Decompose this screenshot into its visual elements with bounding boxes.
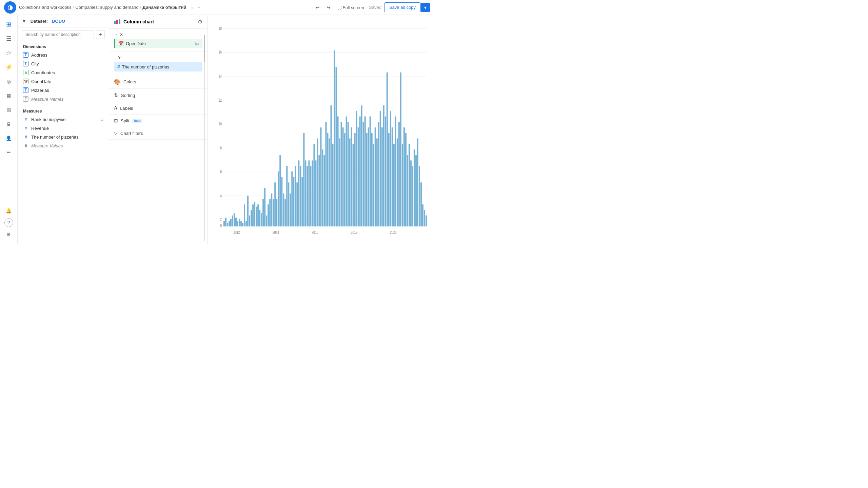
- svg-text:0: 0: [220, 223, 222, 228]
- field-coordinates[interactable]: ⊕ Coordinates: [18, 68, 109, 77]
- field-type-icon-num-pizzerias: #: [23, 134, 28, 140]
- svg-rect-89: [337, 117, 339, 227]
- chart-filters-section[interactable]: ▽ Chart filters: [109, 127, 207, 140]
- svg-rect-129: [405, 133, 407, 226]
- sidebar-item-star[interactable]: ☆: [2, 46, 16, 60]
- y-field-chip[interactable]: # The number of pizzerias: [114, 62, 202, 72]
- star-favorite-icon[interactable]: ☆: [190, 5, 194, 10]
- svg-rect-103: [361, 105, 362, 226]
- breadcrumb-sep-2: /: [140, 5, 141, 10]
- save-dropdown-button[interactable]: ▾: [421, 3, 430, 12]
- svg-rect-128: [403, 127, 405, 226]
- chart-settings-gear-button[interactable]: ⚙: [198, 19, 202, 25]
- sidebar-item-grid[interactable]: ⊞: [2, 18, 16, 31]
- svg-rect-91: [341, 122, 342, 226]
- sidebar-item-bar-chart[interactable]: ▦: [2, 89, 16, 102]
- y-axis-section: ↑ Y # The number of pizzerias: [109, 52, 207, 75]
- svg-rect-99: [354, 133, 356, 226]
- y-field-hash-icon: #: [117, 64, 120, 69]
- saved-status: Saved: [369, 5, 381, 10]
- labels-icon: A: [114, 105, 117, 111]
- field-type-icon-rank: #: [23, 117, 28, 122]
- add-field-button[interactable]: +: [96, 30, 105, 39]
- svg-rect-102: [359, 117, 361, 227]
- field-city[interactable]: T City: [18, 59, 109, 68]
- svg-rect-35: [245, 221, 247, 226]
- svg-rect-79: [320, 127, 321, 226]
- breadcrumb-collections[interactable]: Collections and workbooks: [19, 5, 72, 10]
- save-as-copy-button[interactable]: Save as copy: [384, 2, 421, 12]
- undo-button[interactable]: ↩: [314, 3, 322, 12]
- breadcrumb-companies[interactable]: Companies: supply and demand: [75, 5, 138, 10]
- svg-rect-39: [252, 204, 254, 226]
- svg-rect-25: [229, 221, 230, 226]
- split-section[interactable]: ⊟ Split beta: [109, 115, 207, 127]
- sidebar-item-help[interactable]: ?: [4, 218, 13, 227]
- sidebar-item-table[interactable]: ▤: [2, 103, 16, 117]
- svg-rect-116: [383, 105, 384, 226]
- svg-rect-41: [256, 207, 257, 226]
- svg-text:18: 18: [219, 26, 222, 30]
- svg-rect-105: [364, 117, 366, 227]
- svg-rect-77: [317, 139, 318, 227]
- config-scroll: → X 📅 OpenDate fω ↑ Y # The number of pi…: [109, 29, 207, 244]
- field-revenue[interactable]: # Revenue: [18, 124, 109, 133]
- labels-section[interactable]: A Labels: [109, 102, 207, 115]
- sidebar-item-settings[interactable]: ⚙: [2, 228, 16, 241]
- field-search-row: +: [18, 27, 109, 42]
- svg-rect-78: [318, 155, 320, 226]
- x-field-func-icon: fω: [195, 42, 199, 46]
- svg-rect-118: [387, 73, 388, 226]
- svg-text:2016: 2016: [312, 230, 318, 235]
- svg-rect-59: [286, 166, 288, 227]
- svg-rect-57: [283, 194, 284, 226]
- more-options-icon[interactable]: ···: [197, 5, 200, 10]
- svg-rect-115: [381, 127, 383, 226]
- sidebar-item-bell[interactable]: 🔔: [2, 204, 16, 218]
- svg-rect-46: [264, 188, 265, 227]
- config-scroll-indicator: [204, 35, 205, 241]
- field-measure-values[interactable]: # Measure Values: [18, 141, 109, 150]
- svg-rect-122: [393, 144, 395, 226]
- logo-button[interactable]: ◑: [4, 1, 16, 14]
- field-opendate[interactable]: 📅 OpenDate: [18, 77, 109, 86]
- field-number-of-pizzerias[interactable]: # The number of pizzerias: [18, 133, 109, 141]
- sidebar-item-dots[interactable]: •••: [2, 146, 16, 159]
- beta-badge: beta: [132, 119, 142, 123]
- sidebar-item-connections[interactable]: ◎: [2, 75, 16, 88]
- x-field-opendate-chip[interactable]: 📅 OpenDate fω: [114, 39, 202, 48]
- field-measure-names[interactable]: T Measure Names: [18, 95, 109, 103]
- sidebar-item-user[interactable]: 👤: [2, 131, 16, 145]
- svg-rect-73: [310, 166, 311, 227]
- field-type-icon-revenue: #: [23, 125, 28, 131]
- fullscreen-icon: ⛶: [337, 5, 341, 10]
- field-type-icon-city: T: [23, 61, 28, 66]
- sidebar-item-layers[interactable]: ☰: [2, 32, 16, 45]
- sorting-section[interactable]: ⇅ Sorting: [109, 89, 207, 102]
- field-search-input[interactable]: [22, 30, 94, 39]
- svg-rect-131: [409, 144, 410, 226]
- collapse-icon[interactable]: ▼: [22, 18, 26, 24]
- svg-rect-94: [346, 117, 347, 227]
- svg-rect-97: [351, 127, 352, 226]
- svg-rect-120: [390, 111, 391, 226]
- sidebar-item-lightning[interactable]: ⚡: [2, 60, 16, 74]
- field-address[interactable]: T Address: [18, 50, 109, 59]
- svg-rect-72: [308, 160, 310, 226]
- redo-button[interactable]: ↪: [324, 3, 333, 12]
- svg-rect-75: [313, 144, 315, 226]
- svg-rect-119: [388, 133, 390, 226]
- svg-rect-121: [392, 127, 393, 226]
- colors-section[interactable]: 🎨 Colors: [109, 75, 207, 89]
- fullscreen-button[interactable]: ⛶ Full screen: [335, 3, 366, 12]
- logo-icon: ◑: [7, 4, 13, 11]
- field-rank[interactable]: # Rank по выручке fω: [18, 115, 109, 124]
- svg-rect-22: [223, 221, 225, 226]
- svg-text:2020: 2020: [390, 230, 396, 235]
- svg-rect-130: [407, 155, 408, 226]
- svg-rect-26: [230, 219, 232, 226]
- svg-rect-43: [259, 210, 260, 227]
- sidebar-item-monitor[interactable]: 🖥: [2, 117, 16, 131]
- field-pizzerias[interactable]: T Pizzerias: [18, 86, 109, 95]
- svg-text:2012: 2012: [233, 230, 240, 235]
